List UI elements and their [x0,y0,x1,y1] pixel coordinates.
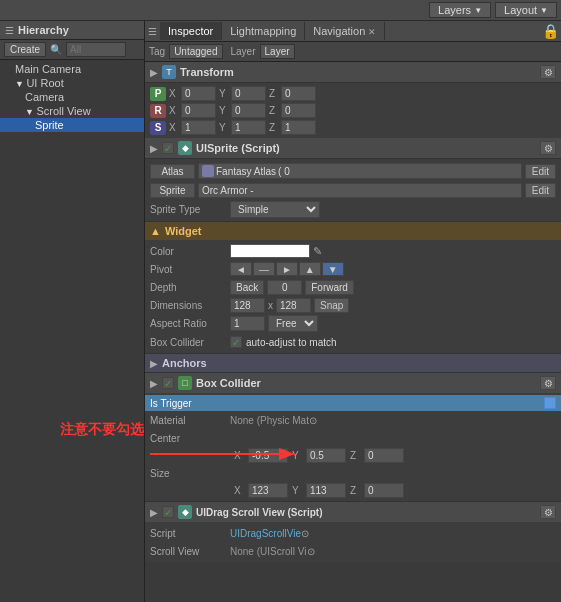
pos-z-field: Z [269,86,316,101]
atlas-dropdown-btn[interactable]: Atlas [150,164,195,179]
expand-icon: ▼ [25,107,36,117]
cy-label: Y [292,450,302,461]
uidrag-header[interactable]: ▶ ✓ ◆ UIDrag Scroll View (Script) ⚙ [145,501,561,522]
tag-layer-toolbar: Tag Untagged Layer Layer [145,42,561,62]
depth-row: Depth Back Forward [145,278,561,296]
transform-header[interactable]: ▶ T Transform ⚙ [145,62,561,83]
rot-y-input[interactable] [231,103,266,118]
close-icon[interactable]: ✕ [368,27,376,37]
sz-input[interactable] [364,483,404,498]
depth-controls: Back Forward [230,280,354,295]
hierarchy-item-sprite[interactable]: Sprite [0,118,144,132]
check-icon: ✓ [232,337,240,348]
size-label-row: Size [145,464,561,482]
dim-h-input[interactable] [276,298,311,313]
dim-w-input[interactable] [230,298,265,313]
pos-x-input[interactable] [181,86,216,101]
depth-input[interactable] [267,280,302,295]
sc-y-input[interactable] [231,120,266,135]
layer-dropdown[interactable]: Layer [260,44,295,59]
expand-icon: ▶ [150,143,158,154]
is-trigger-checkbox[interactable] [544,397,556,409]
aspect-ratio-dropdown[interactable]: Free [268,315,318,332]
pos-y-input[interactable] [231,86,266,101]
item-label: Main Camera [15,63,81,75]
sprite-dropdown-btn[interactable]: Sprite [150,183,195,198]
hierarchy-title: Hierarchy [18,24,69,36]
sc-x-input[interactable] [181,120,216,135]
atlas-icon [202,165,214,177]
uidrag-settings-btn[interactable]: ⚙ [540,505,556,519]
scroll-view-value: None (UIScroll Vi [230,546,307,557]
uisprite-actions: ⚙ [540,141,556,155]
hierarchy-item-scroll-view[interactable]: ▼ Scroll View [0,104,144,118]
dimensions-label: Dimensions [150,300,230,311]
depth-forward-btn[interactable]: Forward [305,280,354,295]
aspect-ratio-input[interactable] [230,316,265,331]
cx-input[interactable] [248,448,288,463]
sprite-name: Orc Armor - [202,185,254,196]
uidrag-enabled-checkbox[interactable]: ✓ [162,506,174,518]
widget-header[interactable]: ▲ Widget [145,221,561,240]
pencil-icon[interactable]: ✎ [313,245,322,258]
create-button[interactable]: Create [4,42,46,57]
lock-icon[interactable]: 🔒 [542,23,559,39]
hierarchy-item-main-camera[interactable]: Main Camera [0,62,144,76]
pivot-top-btn[interactable]: ▲ [299,262,321,276]
color-swatch[interactable] [230,244,310,258]
box-collider-header[interactable]: ▶ ✓ □ Box Collider ⚙ [145,372,561,393]
pivot-bottom-btn[interactable]: ▼ [322,262,344,276]
uisprite-body: Atlas Fantasy Atlas ( 0 Edit Sprite Orc … [145,159,561,221]
position-label: P [150,87,166,101]
snap-btn[interactable]: Snap [314,298,349,313]
box-collider-checkbox[interactable]: ✓ [230,336,242,348]
pivot-label: Pivot [150,264,230,275]
position-fields: X Y Z [169,86,556,101]
bc-settings-btn[interactable]: ⚙ [540,376,556,390]
sprite-edit-btn[interactable]: Edit [525,183,556,198]
pos-z-input[interactable] [281,86,316,101]
tab-label: Lightmapping [230,25,296,37]
rot-x-input[interactable] [181,103,216,118]
sc-z-input[interactable] [281,120,316,135]
depth-back-btn[interactable]: Back [230,280,264,295]
hierarchy-header: ☰ Hierarchy [0,21,144,40]
search-icon: 🔍 [50,44,62,55]
rot-x-field: X [169,103,216,118]
hierarchy-item-ui-root[interactable]: ▼ UI Root [0,76,144,90]
cy-input[interactable] [306,448,346,463]
inspector-content: ▶ T Transform ⚙ P X Y [145,62,561,602]
widget-body: Color ✎ Pivot ◄ — ► ▲ ▼ Depth [145,240,561,353]
uidrag-expand-icon: ▶ [150,507,158,518]
layers-dropdown[interactable]: Layers [429,2,491,18]
rot-z-input[interactable] [281,103,316,118]
uisprite-settings-btn[interactable]: ⚙ [540,141,556,155]
sy-input[interactable] [306,483,346,498]
tab-inspector[interactable]: Inspector [160,22,222,40]
atlas-edit-btn[interactable]: Edit [525,164,556,179]
bc-body: Is Trigger Material None (Physic Mat ⊙ C… [145,393,561,501]
transform-settings-btn[interactable]: ⚙ [540,65,556,79]
scale-fields: X Y Z [169,120,556,135]
hierarchy-search[interactable] [66,42,126,57]
uisprite-header[interactable]: ▶ ✓ ◆ UISprite (Script) ⚙ [145,138,561,159]
tab-navigation[interactable]: Navigation ✕ [305,22,385,40]
cz-input[interactable] [364,448,404,463]
tag-dropdown[interactable]: Untagged [169,44,222,59]
hierarchy-item-camera[interactable]: Camera [0,90,144,104]
pivot-center-btn[interactable]: — [253,262,275,276]
box-collider-label: Box Collider [150,337,230,348]
sprite-type-dropdown[interactable]: Simple [230,201,320,218]
tab-lightmapping[interactable]: Lightmapping [222,22,305,40]
pivot-left-btn[interactable]: ◄ [230,262,252,276]
layout-dropdown[interactable]: Layout [495,2,557,18]
sc-z-field: Z [269,120,316,135]
inspector-options: 🔒 [540,21,561,41]
dimensions-row: Dimensions x Snap [145,296,561,314]
sx-input[interactable] [248,483,288,498]
anchors-header[interactable]: ▶ Anchors [145,353,561,372]
bc-enabled-checkbox[interactable]: ✓ [162,377,174,389]
z-axis: Z [269,88,279,99]
uisprite-enabled-checkbox[interactable]: ✓ [162,142,174,154]
pivot-right-btn[interactable]: ► [276,262,298,276]
